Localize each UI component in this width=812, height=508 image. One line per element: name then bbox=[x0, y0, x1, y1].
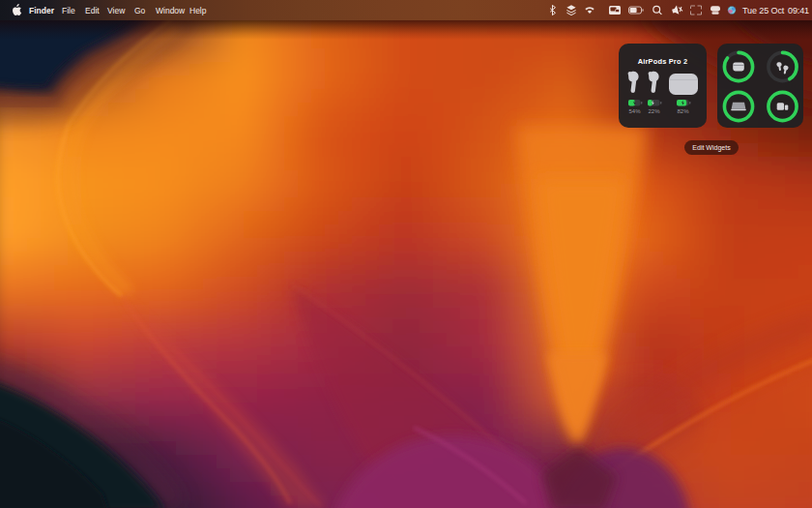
svg-text:Edit: Edit bbox=[85, 6, 100, 15]
svg-text:Tue 25 Oct: Tue 25 Oct bbox=[742, 6, 785, 15]
svg-text:Finder: Finder bbox=[29, 6, 55, 15]
svg-text:22%: 22% bbox=[648, 108, 660, 114]
svg-text:54%: 54% bbox=[628, 108, 641, 114]
svg-text:View: View bbox=[107, 6, 126, 15]
svg-text:82%: 82% bbox=[677, 108, 689, 114]
svg-text:09:41: 09:41 bbox=[788, 6, 809, 15]
svg-text:Go: Go bbox=[134, 6, 146, 15]
svg-text:File: File bbox=[62, 6, 75, 15]
svg-text:Window: Window bbox=[156, 6, 186, 15]
svg-text:Help: Help bbox=[189, 6, 207, 15]
